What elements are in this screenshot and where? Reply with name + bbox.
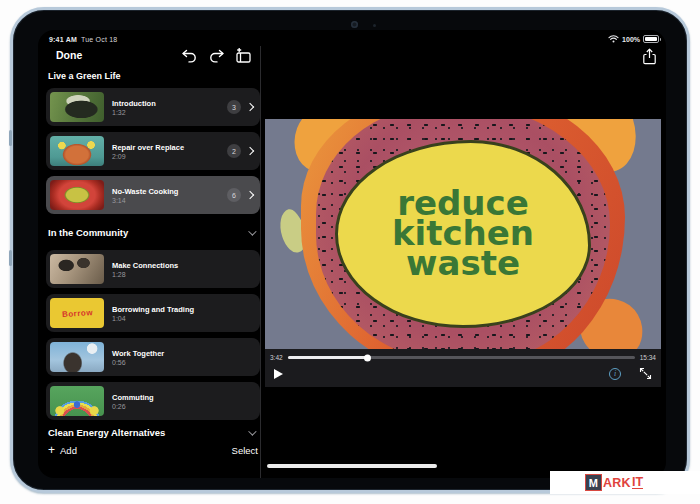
video-duration: 1:28 — [112, 271, 178, 278]
video-title: Borrowing and Trading — [112, 305, 194, 314]
video-title: No-Waste Cooking — [112, 187, 178, 196]
video-thumbnail — [50, 136, 104, 166]
video-thumbnail: Borrow — [50, 298, 104, 328]
watermark-logo-m: M — [585, 474, 602, 491]
chevron-down-icon — [248, 227, 256, 235]
undo-icon[interactable] — [180, 48, 198, 64]
sidebar-footer: + Add Select — [48, 445, 258, 456]
watermark-text: ARK — [603, 476, 631, 490]
video-meta: Borrowing and Trading 1:04 — [112, 305, 194, 322]
video-row-commuting[interactable]: Commuting 0:26 — [46, 382, 260, 420]
playlist-title: Live a Green Life — [48, 71, 121, 81]
ipad-device-frame: 9:41 AMTue Oct 18 100% Done — [10, 7, 690, 493]
clip-count-badge: 6 — [227, 188, 241, 202]
progress-played — [288, 356, 368, 359]
chevron-right-icon — [246, 147, 254, 155]
video-title: Introduction — [112, 99, 156, 108]
video-meta: Work Together 0:56 — [112, 349, 164, 366]
video-duration: 1:32 — [112, 109, 156, 116]
add-clip-icon[interactable] — [234, 48, 252, 64]
scrubber-handle[interactable] — [364, 354, 371, 361]
watermark: M ARK IT — [550, 471, 700, 494]
right-controls: i — [609, 367, 652, 380]
progress-bar[interactable] — [288, 356, 635, 359]
video-title: Make Connections — [112, 261, 178, 270]
video-thumbnail — [50, 342, 104, 372]
video-frame[interactable]: reduce kitchen waste — [265, 119, 661, 349]
thumbnail-text: Borrow — [61, 307, 93, 318]
video-duration: 0:56 — [112, 359, 164, 366]
video-title: Commuting — [112, 393, 154, 402]
video-thumbnail — [50, 92, 104, 122]
select-button[interactable]: Select — [232, 445, 258, 456]
plus-icon: + — [48, 446, 55, 455]
section-header-clean-energy-alternatives[interactable]: Clean Energy Alternatives — [48, 427, 258, 438]
add-button-label: Add — [60, 445, 77, 456]
video-meta: No-Waste Cooking 3:14 — [112, 187, 178, 204]
total-time: 15:34 — [640, 354, 656, 361]
video-duration: 3:14 — [112, 197, 178, 204]
title-card-blob: reduce kitchen waste — [335, 140, 591, 328]
done-button[interactable]: Done — [56, 49, 82, 61]
info-icon[interactable]: i — [609, 368, 621, 380]
clip-count-badge: 3 — [227, 100, 241, 114]
video-duration: 2:09 — [112, 153, 184, 160]
section-label: Clean Energy Alternatives — [48, 427, 165, 438]
scrub-row: 3:42 15:34 — [270, 354, 656, 361]
video-row-introduction[interactable]: Introduction 1:32 3 — [46, 88, 260, 126]
video-duration: 0:26 — [112, 403, 154, 410]
front-camera — [351, 21, 358, 28]
chevron-right-icon — [246, 191, 254, 199]
video-meta: Commuting 0:26 — [112, 393, 154, 410]
section-header-in-the-community[interactable]: In the Community — [48, 227, 258, 238]
page: 9:41 AMTue Oct 18 100% Done — [0, 0, 700, 504]
main-panel: reduce kitchen waste 3:42 — [260, 30, 666, 478]
video-row-borrowing-and-trading[interactable]: Borrow Borrowing and Trading 1:04 — [46, 294, 260, 332]
chevron-right-icon — [246, 103, 254, 111]
camera-sensor — [373, 24, 376, 27]
section-label: In the Community — [48, 227, 128, 238]
video-row-no-waste-cooking[interactable]: No-Waste Cooking 3:14 6 — [46, 176, 260, 214]
button-row: i — [270, 367, 656, 380]
video-meta: Repair over Replace 2:09 — [112, 143, 184, 160]
video-title: Work Together — [112, 349, 164, 358]
video-thumbnail — [50, 180, 104, 210]
video-thumbnail — [50, 386, 104, 416]
sidebar: Done Live a Green Life — [46, 30, 260, 478]
redo-icon[interactable] — [208, 48, 226, 64]
overlay-text-line: waste — [406, 249, 520, 279]
video-meta: Introduction 1:32 — [112, 99, 156, 116]
video-row-work-together[interactable]: Work Together 0:56 — [46, 338, 260, 376]
fullscreen-icon[interactable] — [639, 367, 652, 380]
video-row-repair-over-replace[interactable]: Repair over Replace 2:09 2 — [46, 132, 260, 170]
play-button[interactable] — [274, 369, 283, 379]
watermark-text-underlined: IT — [632, 476, 643, 490]
volume-button — [9, 250, 12, 266]
app-screen: 9:41 AMTue Oct 18 100% Done — [38, 30, 666, 478]
video-player: reduce kitchen waste 3:42 — [265, 119, 661, 387]
video-title: Repair over Replace — [112, 143, 184, 152]
elapsed-time: 3:42 — [270, 354, 283, 361]
chevron-down-icon — [248, 427, 256, 435]
video-duration: 1:04 — [112, 315, 194, 322]
add-button[interactable]: + Add — [48, 445, 77, 456]
video-thumbnail — [50, 254, 104, 284]
volume-button — [9, 130, 12, 146]
home-indicator[interactable] — [267, 464, 437, 469]
playback-controls: 3:42 15:34 i — [265, 349, 661, 387]
clip-count-badge: 2 — [227, 144, 241, 158]
share-icon[interactable] — [642, 48, 657, 65]
video-meta: Make Connections 1:28 — [112, 261, 178, 278]
video-row-make-connections[interactable]: Make Connections 1:28 — [46, 250, 260, 288]
